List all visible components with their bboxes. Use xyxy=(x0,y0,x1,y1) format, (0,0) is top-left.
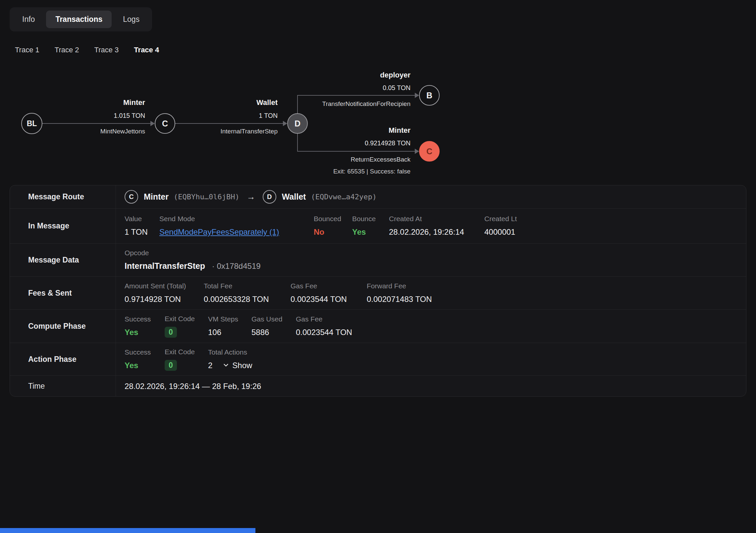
show-actions-label: Show xyxy=(232,360,252,371)
edge-d-c2-message: ReturnExcessesBack xyxy=(351,155,410,164)
forward-fee-value: 0.002071483 TON xyxy=(367,294,432,305)
edge-bl-c-message: MintNewJettons xyxy=(100,127,145,136)
send-mode-label: Send Mode xyxy=(159,215,314,223)
row-action-phase: Action Phase Success Yes Exit Code 0 Tot… xyxy=(10,343,746,376)
vm-steps-value: 106 xyxy=(208,327,251,338)
row-label-message-data: Message Data xyxy=(10,244,116,276)
forward-fee-label: Forward Fee xyxy=(367,282,432,290)
amount-sent-label: Amount Sent (Total) xyxy=(125,282,204,290)
total-fee-label: Total Fee xyxy=(204,282,291,290)
row-label-in-message: In Message xyxy=(10,209,116,243)
gas-used-label: Gas Used xyxy=(251,315,296,323)
edge-bl-c-amount: 1.015 TON xyxy=(114,112,145,120)
row-message-route: Message Route C Minter (EQBYhu…0l6jBH) →… xyxy=(10,185,746,209)
created-lt-label: Created Lt xyxy=(484,215,517,223)
action-exit-code-badge: 0 xyxy=(165,360,177,371)
edge-d-c2-arrowhead xyxy=(415,149,419,154)
edge-c-d-message: InternalTransferStep xyxy=(221,127,278,136)
row-label-action-phase: Action Phase xyxy=(10,343,116,375)
row-fees-sent: Fees & Sent Amount Sent (Total) 0.971492… xyxy=(10,277,746,310)
row-label-compute-phase: Compute Phase xyxy=(10,310,116,343)
row-label-fees-sent: Fees & Sent xyxy=(10,277,116,309)
row-compute-phase: Compute Phase Success Yes Exit Code 0 VM… xyxy=(10,310,746,343)
arrow-right-icon: → xyxy=(247,192,255,202)
row-label-time: Time xyxy=(10,376,116,396)
edge-d-c2-amount: 0.9214928 TON xyxy=(365,139,410,147)
chevron-down-icon xyxy=(222,362,230,369)
opcode-label: Opcode xyxy=(125,249,261,257)
node-b[interactable]: B xyxy=(419,85,440,106)
created-at-value: 28.02.2026, 19:26:14 xyxy=(389,226,484,237)
edge-c-d-amount: 1 TON xyxy=(259,112,278,120)
edge-d-b-message: TransferNotificationForRecipien xyxy=(322,100,410,108)
edge-d-c2-exit-status: Exit: 65535 | Success: false xyxy=(333,167,410,176)
route-to-name: Wallet xyxy=(282,192,306,202)
show-actions-button[interactable]: Show xyxy=(222,360,252,371)
gas-fee-label: Gas Fee xyxy=(291,282,367,290)
route-from-node-badge: C xyxy=(125,190,138,204)
opcode-hex: · 0x178d4519 xyxy=(212,262,261,270)
gas-used-value: 5886 xyxy=(251,327,296,338)
bounce-value: Yes xyxy=(352,226,389,237)
edge-d-c2-contract-name: Minter xyxy=(389,126,410,135)
edge-bl-c-line xyxy=(42,123,151,124)
route-from-name: Minter xyxy=(144,192,169,202)
edge-c-d-line xyxy=(175,123,283,124)
total-fee-value: 0.002653328 TON xyxy=(204,294,291,305)
compute-exit-code-badge: 0 xyxy=(165,327,177,338)
compute-gas-fee-value: 0.0023544 TON xyxy=(296,327,352,338)
edge-d-b-line xyxy=(297,95,415,96)
bounced-label: Bounced xyxy=(314,215,352,223)
route-from-address: (EQBYhu…0l6jBH) xyxy=(174,193,240,201)
created-at-label: Created At xyxy=(389,215,484,223)
vm-steps-label: VM Steps xyxy=(208,315,251,323)
transaction-details-table: Message Route C Minter (EQBYhu…0l6jBH) →… xyxy=(10,185,746,397)
amount-sent-value: 0.9714928 TON xyxy=(125,294,204,305)
value-label: Value xyxy=(125,215,159,223)
route-to-address: (EQDvwe…a42yep) xyxy=(311,193,377,201)
created-lt-value: 4000001 xyxy=(484,226,517,237)
edge-d-c2-line xyxy=(297,151,415,152)
node-d-selected[interactable]: D xyxy=(287,113,308,134)
trace-diagram: Minter 1.015 TON MintNewJettons Wallet 1… xyxy=(0,0,756,185)
value: 1 TON xyxy=(125,226,159,237)
edge-c-d-arrowhead xyxy=(283,121,287,126)
row-time: Time 28.02.2026, 19:26:14 — 28 Feb, 19:2… xyxy=(10,376,746,396)
edge-d-b-arrowhead xyxy=(415,93,419,98)
compute-success-label: Success xyxy=(125,315,165,323)
node-bl[interactable]: BL xyxy=(21,113,42,134)
edge-d-b-contract-name: deployer xyxy=(380,71,410,80)
gas-fee-value: 0.0023544 TON xyxy=(291,294,367,305)
route-to-node-badge: D xyxy=(263,190,276,204)
row-label-message-route: Message Route xyxy=(10,185,116,208)
row-message-data: Message Data Opcode InternalTransferStep… xyxy=(10,244,746,277)
action-success-label: Success xyxy=(125,348,165,357)
action-exit-code-label: Exit Code xyxy=(165,348,208,356)
bounced-value: No xyxy=(314,226,352,237)
edge-d-b-amount: 0.05 TON xyxy=(383,84,410,92)
compute-gas-fee-label: Gas Fee xyxy=(296,315,352,323)
bounce-label: Bounce xyxy=(352,215,389,223)
action-success-value: Yes xyxy=(125,360,165,371)
edge-c-d-contract-name: Wallet xyxy=(256,98,278,107)
edge-bl-c-arrowhead xyxy=(150,121,155,126)
row-in-message: In Message Value 1 TON Send Mode SendMod… xyxy=(10,209,746,244)
edge-bl-c-contract-name: Minter xyxy=(123,98,145,107)
opcode-name: InternalTransferStep xyxy=(125,261,205,270)
node-c2-error[interactable]: C xyxy=(419,141,440,162)
total-actions-value: 2 xyxy=(208,360,212,371)
bottom-progress-bar xyxy=(0,528,255,533)
compute-success-value: Yes xyxy=(125,327,165,338)
node-c1[interactable]: C xyxy=(155,113,175,134)
time-value: 28.02.2026, 19:26:14 — 28 Feb, 19:26 xyxy=(125,381,261,392)
total-actions-label: Total Actions xyxy=(208,348,252,357)
send-mode-link[interactable]: SendModePayFeesSeparately (1) xyxy=(159,227,279,236)
message-route-value: C Minter (EQBYhu…0l6jBH) → D Wallet (EQD… xyxy=(125,190,377,204)
compute-exit-code-label: Exit Code xyxy=(165,315,208,323)
